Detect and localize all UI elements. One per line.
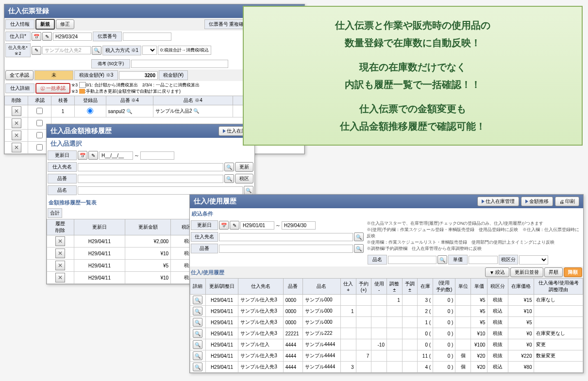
filter-button[interactable]: ▼ 絞込 (485, 267, 509, 277)
amt-hist-button[interactable]: 金額推移 (521, 197, 553, 206)
tax-select[interactable]: 0 (142, 46, 157, 55)
stock-mgmt-button[interactable]: 仕入在庫管理 (477, 197, 519, 206)
ucol-sv: 在庫価格 (508, 279, 534, 295)
detail-header: 仕入詳細 (5, 83, 34, 93)
search-code-icon-2[interactable]: 🔍 (224, 174, 234, 183)
delete-button[interactable]: ✕ (12, 106, 21, 116)
col-name: 品名 ※4 (153, 96, 233, 105)
search-name-icon[interactable]: 🔍 (193, 108, 199, 114)
price-label-3: 単価 (448, 255, 468, 265)
remarks-input[interactable] (131, 60, 228, 68)
delete-button-3[interactable]: ✕ (12, 131, 21, 140)
detail-icon[interactable]: 🔍 (193, 307, 202, 315)
search-supplier-3[interactable]: 🔍 (354, 232, 364, 241)
ucol-name: 品名 (302, 279, 340, 295)
overlay-line-3: 現在の在庫数だけでなく (258, 58, 567, 76)
supplier-input-2[interactable] (78, 163, 223, 171)
del-hist-3[interactable]: ✕ (55, 261, 65, 270)
calendar-icon-2[interactable]: 📅 (78, 151, 87, 160)
usage-row[interactable]: 🔍 H29/04/11サンプル仕入4444 サンプル4444 -10 0 (0 … (190, 339, 583, 350)
del-hist-4[interactable]: ✕ (55, 273, 65, 282)
tax-label-3: 税区分 (499, 255, 518, 265)
date-to-3[interactable] (282, 221, 316, 230)
usage-row[interactable]: 🔍 H29/04/11サンプル仕入先34444 サンプル44443 4 (0 )… (190, 362, 583, 373)
name-label: 品名 (48, 185, 77, 195)
code-input-3[interactable] (219, 245, 353, 253)
pencil-icon[interactable]: ✎ (42, 32, 52, 41)
usage-history-window: 仕入/使用履歴 仕入在庫管理 金額推移 🖨 印刷 絞込条件 更新日 📅 ✎ ～ … (189, 194, 584, 373)
pencil-icon-3[interactable]: ✎ (88, 151, 98, 160)
usage-row[interactable]: 🔍 H29/04/11サンプル仕入先30000 サンプル000 1 3 (0 )… (190, 295, 583, 306)
tax-incl-label: 税金額(¥) (159, 70, 188, 80)
supplier-input-3[interactable] (219, 233, 353, 241)
name-input[interactable] (78, 186, 243, 195)
date-from-3[interactable] (240, 221, 274, 230)
overlay-line-4: 内訳も履歴一覧で一括確認！！ (258, 76, 567, 93)
calendar-icon-3[interactable]: 📅 (219, 221, 229, 230)
detail-icon[interactable]: 🔍 (193, 363, 202, 371)
delete-button-4[interactable]: ✕ (12, 143, 21, 152)
refresh-button[interactable]: 更新 (235, 162, 253, 172)
note-3: ※使用欄：作業スケジュールリスト・車輌販売登録 使用部門の使用計上タイミングによ… (367, 239, 581, 246)
calendar-icon[interactable]: 📅 (32, 32, 41, 41)
legend-note: ※3 0/1: 合計額から消費税算出 2/3/4 : 一品ごとに消費税算出※3 … (71, 82, 200, 95)
search-code-icon[interactable]: 🔍 (126, 109, 132, 114)
ucol-stk: 在庫 (418, 279, 433, 295)
ucol-date: 更新/調整日 (205, 279, 238, 295)
pencil-icon-4[interactable]: ✎ (230, 221, 239, 230)
win1-title: 仕入伝票登録 (8, 7, 49, 16)
search-code-3[interactable]: 🔍 (354, 244, 364, 253)
search-icon[interactable]: 🔍 (92, 46, 101, 55)
del-hist-1[interactable]: ✕ (55, 236, 65, 246)
approve-checkbox-2[interactable] (36, 120, 43, 126)
info-header: 仕入情報 (5, 19, 34, 29)
slip-no-input[interactable] (123, 33, 171, 41)
usage-row[interactable]: 🔍 H29/04/11サンプル仕入先30000 サンプル0001 2 (0 ) … (190, 306, 583, 317)
ucol-sup: 仕入先名 (238, 279, 283, 295)
hcol-amt: 更新金額 (125, 219, 171, 235)
code-input[interactable] (78, 175, 223, 183)
print-button[interactable]: 🖨 印刷 (555, 197, 579, 206)
usage-row[interactable]: 🔍 H29/04/11サンプル仕入先30000 サンプル000 1 (0 ) ¥… (190, 317, 583, 328)
remarks-label: 備考 (50文字) (91, 59, 130, 68)
usage-row[interactable]: 🔍 H29/04/11サンプル仕入先322221 サンプル222 0 (0 ) … (190, 328, 583, 339)
edit-button[interactable]: 修正 (56, 19, 74, 29)
search-name-3[interactable]: 🔍 (437, 255, 447, 264)
approve-checkbox-3[interactable] (36, 132, 43, 138)
detail-icon[interactable]: 🔍 (193, 318, 202, 327)
name-input-3[interactable] (388, 256, 437, 264)
detail-icon[interactable]: 🔍 (193, 351, 202, 360)
tax-excl-value: 3200 (119, 71, 158, 80)
sort-button[interactable]: 更新日並替 (510, 267, 543, 277)
del-hist-2[interactable]: ✕ (55, 248, 65, 258)
code-label-3: 品番 (191, 244, 218, 253)
asc-button[interactable]: 昇順 (544, 267, 563, 277)
search-name-icon-2[interactable]: 🔍 (244, 186, 253, 195)
search-supplier-icon[interactable]: 🔍 (224, 163, 234, 171)
date-from-input[interactable] (99, 151, 133, 160)
date-to-input[interactable] (140, 151, 174, 160)
supplier-input[interactable] (42, 46, 91, 54)
usage-row[interactable]: 🔍 H29/04/11サンプル仕入先34444 サンプル44447 11 (0 … (190, 350, 583, 362)
desc-button[interactable]: 降順 (564, 267, 582, 277)
detail-icon[interactable]: 🔍 (193, 296, 202, 304)
ucol-note: 仕入備考/使用備考 調整理由 (534, 279, 583, 295)
pencil-icon-2[interactable]: ✎ (32, 46, 41, 55)
overlay-line-2: 数量登録で在庫数に自動反映！ (258, 34, 567, 51)
price-input-3[interactable] (469, 256, 498, 264)
detail-icon[interactable]: 🔍 (193, 340, 202, 349)
tax-button[interactable]: 税区 (235, 174, 253, 183)
approve-all-button[interactable]: 全て承認 (5, 70, 34, 80)
tax-select-3[interactable] (519, 255, 548, 265)
tilde: ～ (134, 152, 139, 159)
reg-radio[interactable] (87, 108, 93, 114)
approve-checkbox-4[interactable] (36, 144, 43, 150)
delete-button-2[interactable]: ✕ (12, 118, 21, 128)
detail-icon[interactable]: 🔍 (193, 329, 202, 338)
tax-excl-label: 税抜金額(¥) ※3 (74, 70, 118, 80)
new-button[interactable]: 新規 (35, 19, 55, 30)
date-input[interactable] (53, 33, 92, 41)
approve-checkbox[interactable] (36, 108, 43, 114)
col-delete: 削除 (5, 96, 28, 105)
batch-approve-button[interactable]: ㊧ 一括承認 (35, 83, 70, 94)
